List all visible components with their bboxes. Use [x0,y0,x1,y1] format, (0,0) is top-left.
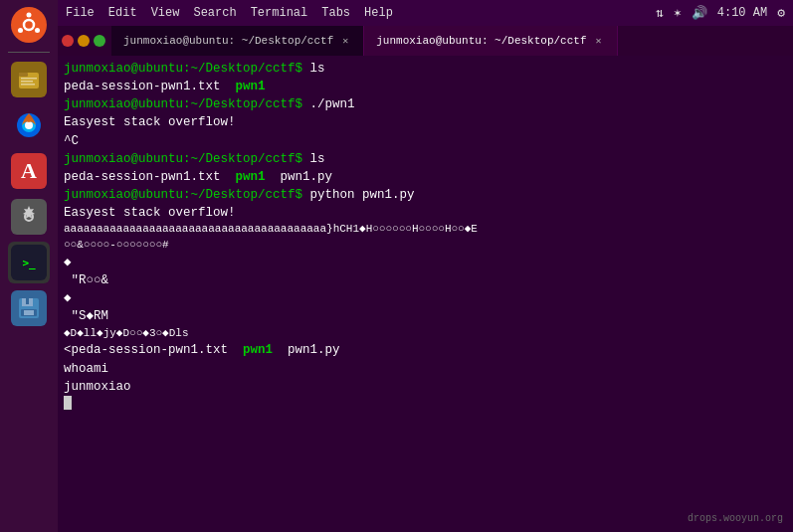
svg-rect-18 [24,310,34,315]
watermark: drops.wooyun.org [688,512,783,527]
line-6: junmoxiao@ubuntu:~/Desktop/cctf$ ls [64,150,787,168]
line-8: junmoxiao@ubuntu:~/Desktop/cctf$ python … [64,186,787,204]
terminal-button[interactable]: >_ [8,242,50,283]
files-icon [11,62,47,97]
tab-2-close[interactable]: ✕ [593,34,605,48]
menu-edit[interactable]: Edit [108,6,137,20]
line-5: ^C [64,132,787,150]
svg-point-2 [27,13,32,18]
clock: 4:10 AM [717,6,767,20]
svg-point-12 [25,121,33,129]
maximize-window-button[interactable] [94,35,105,47]
line-4: Easyest stack overflow! [64,113,787,131]
menu-file[interactable]: File [66,6,95,20]
line-9: Easyest stack overflow! [64,204,787,222]
menu-help[interactable]: Help [364,6,393,20]
bluetooth-icon: ✶ [674,5,682,21]
line-2: peda-session-pwn1.txt pwn1 [64,78,787,95]
menu-tabs[interactable]: Tabs [321,6,350,20]
ubuntu-logo-button[interactable] [8,4,50,46]
line-19: junmoxiao [64,378,787,396]
tab-1-label: junmoxiao@ubuntu: ~/Desktop/cctf [123,35,333,47]
line-11: ○○&○○○○-○○○○○○○# [64,238,787,254]
svg-rect-8 [21,81,33,83]
terminal-output[interactable]: junmoxiao@ubuntu:~/Desktop/cctf$ ls peda… [58,56,793,532]
menu-search[interactable]: Search [193,6,236,20]
tabsbar: junmoxiao@ubuntu: ~/Desktop/cctf ✕ junmo… [58,26,793,56]
settings-status-icon[interactable]: ⚙ [777,5,785,21]
minimize-window-button[interactable] [78,35,90,47]
line-16: ◆D◆ll◆jy◆D○○◆3○◆Dls [64,326,787,342]
line-15: "S◆RM [64,307,787,325]
line-17: <peda-session-pwn1.txt pwn1 pwn1.py [64,341,787,359]
close-window-button[interactable] [62,35,74,47]
font-icon: A [11,153,47,189]
svg-rect-7 [21,78,37,80]
line-1: junmoxiao@ubuntu:~/Desktop/cctf$ ls [64,60,787,78]
tab-2-label: junmoxiao@ubuntu: ~/Desktop/cctf [376,35,586,47]
save-button[interactable] [8,287,50,329]
menu-terminal[interactable]: Terminal [251,6,308,20]
audio-icon: 🔊 [692,5,707,21]
main-content: File Edit View Search Terminal Tabs Help… [58,0,793,532]
svg-point-3 [18,28,23,33]
line-7: peda-session-pwn1.txt pwn1 pwn1.py [64,168,787,186]
files-button[interactable] [8,59,50,100]
browser-button[interactable] [8,104,50,146]
svg-point-4 [35,28,40,33]
menubar-left: File Edit View Search Terminal Tabs Help [66,6,393,20]
line-13: "R○○& [64,271,787,289]
font-button[interactable]: A [8,150,50,192]
line-10: aaaaaaaaaaaaaaaaaaaaaaaaaaaaaaaaaaaaaaaa… [64,222,787,238]
firefox-icon [11,107,47,143]
line-14: ◆ [64,289,787,307]
settings-icon [11,199,47,235]
ubuntu-logo [11,7,47,43]
settings-button[interactable] [8,196,50,238]
tab-1-close[interactable]: ✕ [339,34,351,48]
save-icon [11,290,47,326]
menubar: File Edit View Search Terminal Tabs Help… [58,0,793,26]
tab-2[interactable]: junmoxiao@ubuntu: ~/Desktop/cctf ✕ [364,26,617,56]
terminal-cursor [64,396,72,410]
line-3: junmoxiao@ubuntu:~/Desktop/cctf$ ./pwn1 [64,95,787,113]
line-18: whoami [64,360,787,378]
svg-rect-9 [21,84,35,86]
arrows-icon: ⇅ [656,5,664,21]
line-12: ◆ [64,254,787,271]
terminal-icon: >_ [11,245,47,280]
svg-rect-6 [19,73,28,77]
svg-rect-16 [26,298,29,304]
menubar-right: ⇅ ✶ 🔊 4:10 AM ⚙ [656,5,785,21]
window-controls [58,26,111,56]
prompt-1: junmoxiao@ubuntu:~/Desktop/cctf$ [64,60,310,78]
sidebar: A >_ [0,0,58,532]
line-20 [64,396,787,410]
tab-1[interactable]: junmoxiao@ubuntu: ~/Desktop/cctf ✕ [111,26,364,56]
menu-view[interactable]: View [151,6,180,20]
